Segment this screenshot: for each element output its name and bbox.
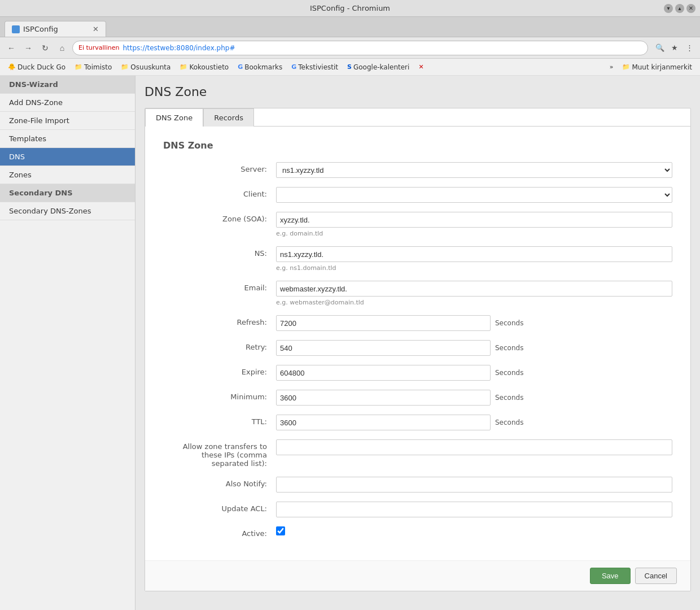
zone-transfers-input[interactable] (276, 439, 672, 455)
active-label: Active: (163, 526, 276, 538)
bookmark-bookmarks[interactable]: G Bookmarks (234, 62, 286, 72)
minimum-input[interactable] (276, 390, 491, 406)
maximize-btn[interactable]: ▴ (675, 4, 684, 13)
cancel-button[interactable]: Cancel (635, 568, 677, 584)
retry-control: Seconds (276, 340, 672, 356)
also-notify-input[interactable] (276, 477, 672, 493)
save-button[interactable]: Save (590, 568, 631, 584)
reload-button[interactable]: ↻ (38, 41, 52, 55)
address-box[interactable]: Ei turvallinen https://testweb:8080/inde… (72, 41, 648, 55)
sidebar-item-zone-file-import[interactable]: Zone-File Import (0, 112, 135, 130)
bookmark-muut[interactable]: 📁 Muut kirjanmerkit (619, 62, 695, 72)
bookmark-kokoustieto[interactable]: 📁 Kokoustieto (176, 62, 232, 72)
retry-input[interactable] (276, 340, 491, 356)
ttl-input[interactable] (276, 415, 491, 430)
menu-icon[interactable]: ⋮ (683, 42, 695, 54)
sidebar-item-zones-label: Zones (9, 171, 32, 179)
sidebar-item-secondary-dns-label: Secondary DNS (9, 189, 73, 197)
sidebar-item-add-dns-zone[interactable]: Add DNS-Zone (0, 94, 135, 112)
expire-label: Expire: (163, 365, 276, 376)
refresh-inline: Seconds (276, 315, 672, 331)
expire-control: Seconds (276, 365, 672, 381)
bookmark-osuuskunta-label: Osuuskunta (130, 63, 170, 71)
sidebar-item-secondary-dns[interactable]: Secondary DNS (0, 184, 135, 202)
retry-unit: Seconds (495, 344, 523, 352)
bookmark-tekstiviestit-label: Tekstiviestit (298, 63, 338, 71)
tab-close-icon[interactable]: ✕ (93, 25, 99, 33)
refresh-input[interactable] (276, 315, 491, 331)
tab-favicon (12, 25, 20, 33)
forward-button[interactable]: → (21, 41, 35, 55)
expire-unit: Seconds (495, 369, 523, 377)
bookmark-duckduckgo-label: Duck Duck Go (18, 63, 65, 71)
server-select[interactable]: ns1.xyzzy.tld (276, 162, 672, 178)
minimize-btn[interactable]: ▾ (664, 4, 673, 13)
zone-transfers-label: Allow zone transfers to these IPs (comma… (163, 439, 276, 468)
tab-records[interactable]: Records (203, 108, 254, 127)
toimisto-icon: 📁 (75, 63, 82, 71)
browser-tab[interactable]: ISPConfig ✕ (5, 21, 106, 37)
bookmark-osuuskunta[interactable]: 📁 Osuuskunta (117, 62, 174, 72)
kokoustieto-icon: 📁 (180, 63, 187, 71)
minimum-unit: Seconds (495, 394, 523, 402)
home-button[interactable]: ⌂ (55, 41, 69, 55)
window-controls[interactable]: ▾ ▴ ✕ (664, 4, 695, 13)
sidebar-item-add-dns-zone-label: Add DNS-Zone (9, 98, 63, 107)
server-label: Server: (163, 162, 276, 173)
email-hint: e.g. webmaster@domain.tld (276, 299, 672, 306)
bookmark-x[interactable]: ✕ (415, 62, 427, 72)
refresh-label: Refresh: (163, 315, 276, 326)
bookmark-toimisto[interactable]: 📁 Toimisto (71, 62, 115, 72)
page-title: DNS Zone (145, 85, 691, 99)
bookmark-tekstiviestit[interactable]: G Tekstiviestit (288, 62, 342, 72)
active-checkbox[interactable] (276, 526, 285, 535)
close-btn[interactable]: ✕ (686, 4, 695, 13)
sidebar-item-zones[interactable]: Zones (0, 166, 135, 184)
bookmark-more[interactable]: » (606, 62, 617, 72)
update-acl-row: Update ACL: (163, 502, 672, 517)
minimum-row: Minimum: Seconds (163, 390, 672, 406)
sidebar-item-templates[interactable]: Templates (0, 130, 135, 148)
retry-inline: Seconds (276, 340, 672, 356)
server-row: Server: ns1.xyzzy.tld (163, 162, 672, 178)
sidebar-item-dns-wizard[interactable]: DNS-Wizard (0, 76, 135, 94)
email-control: e.g. webmaster@domain.tld (276, 281, 672, 306)
email-input[interactable] (276, 281, 672, 297)
bookmark-google-kalenteri[interactable]: S Google-kalenteri (344, 62, 413, 72)
client-control (276, 187, 672, 203)
more-icon: » (610, 63, 614, 71)
zone-soa-control: e.g. domain.tld (276, 212, 672, 237)
sidebar-item-templates-label: Templates (9, 134, 46, 143)
sidebar-item-dns-label: DNS (9, 152, 25, 161)
duckduckgo-icon: 🐥 (8, 63, 16, 71)
sidebar-item-dns[interactable]: DNS (0, 148, 135, 166)
ns-input[interactable] (276, 246, 672, 262)
email-row: Email: e.g. webmaster@domain.tld (163, 281, 672, 306)
update-acl-label: Update ACL: (163, 502, 276, 513)
browser-addressbar: ← → ↻ ⌂ Ei turvallinen https://testweb:8… (0, 37, 700, 59)
back-button[interactable]: ← (5, 41, 18, 55)
bookmarks-icon: G (238, 63, 243, 71)
sidebar-item-dns-wizard-label: DNS-Wizard (9, 80, 58, 89)
server-control: ns1.xyzzy.tld (276, 162, 672, 178)
sidebar-item-secondary-dns-zones[interactable]: Secondary DNS-Zones (0, 202, 135, 220)
bookmark-duckduckgo[interactable]: 🐥 Duck Duck Go (5, 62, 69, 72)
zone-soa-input[interactable] (276, 212, 672, 228)
bookmark-toimisto-label: Toimisto (84, 63, 112, 71)
also-notify-row: Also Notify: (163, 477, 672, 493)
browser-titlebar: ISPConfig - Chromium ▾ ▴ ✕ (0, 0, 700, 17)
retry-label: Retry: (163, 340, 276, 351)
security-warning: Ei turvallinen (78, 44, 119, 51)
bookmark-star-icon[interactable]: ★ (668, 42, 681, 54)
expire-input[interactable] (276, 365, 491, 381)
expire-row: Expire: Seconds (163, 365, 672, 381)
tab-dns-zone[interactable]: DNS Zone (145, 108, 203, 127)
minimum-control: Seconds (276, 390, 672, 406)
browser-title: ISPConfig - Chromium (310, 4, 390, 12)
bookmark-kokoustieto-label: Kokoustieto (189, 63, 229, 71)
search-icon[interactable]: 🔍 (654, 42, 666, 54)
client-select[interactable] (276, 187, 672, 203)
update-acl-input[interactable] (276, 502, 672, 517)
zone-transfers-control (276, 439, 672, 455)
x-icon: ✕ (418, 63, 423, 71)
